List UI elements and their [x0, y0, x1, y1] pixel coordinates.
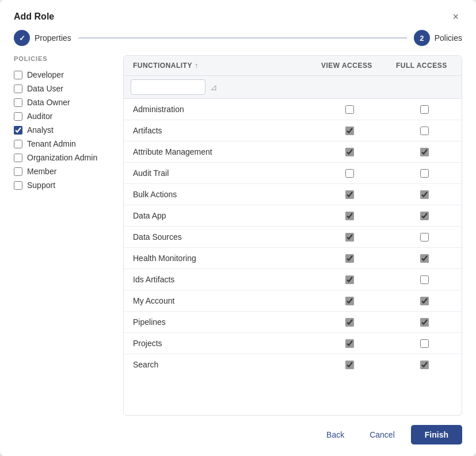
view-access-checkbox[interactable]	[345, 297, 354, 305]
view-access-checkbox[interactable]	[345, 318, 354, 327]
policy-list: DeveloperData UserData OwnerAuditorAnaly…	[14, 68, 114, 192]
table-row: My Account	[124, 290, 462, 312]
view-access-cell	[312, 206, 387, 226]
full-access-checkbox[interactable]	[420, 339, 429, 348]
policy-item-data-owner[interactable]: Data Owner	[14, 95, 114, 109]
modal-title: Add Role	[14, 12, 54, 22]
full-access-checkbox[interactable]	[420, 169, 429, 178]
policy-label: Auditor	[27, 112, 52, 121]
policy-item-organization-admin[interactable]: Organization Admin	[14, 151, 114, 164]
policy-checkbox-data-owner[interactable]	[14, 98, 22, 107]
table-row: Attribute Management	[124, 141, 462, 163]
stepper: ✓ Properties 2 Policies	[0, 30, 476, 55]
full-access-cell	[387, 142, 462, 162]
policy-item-auditor[interactable]: Auditor	[14, 109, 114, 123]
policy-label: Data Owner	[27, 98, 70, 107]
full-access-checkbox[interactable]	[420, 233, 429, 242]
policy-item-support[interactable]: Support	[14, 178, 114, 192]
filter-icon: ⊿	[210, 82, 218, 93]
full-access-checkbox[interactable]	[420, 254, 429, 263]
step-1-circle: ✓	[14, 30, 30, 46]
functionality-cell: Attribute Management	[124, 141, 312, 162]
table-row: Projects	[124, 333, 462, 354]
finish-button[interactable]: Finish	[411, 425, 462, 444]
th-functionality: FUNCTIONALITY ↑	[124, 56, 312, 75]
view-access-cell	[312, 99, 387, 120]
table-row: Health Monitoring	[124, 248, 462, 269]
functionality-cell: Projects	[124, 333, 312, 354]
th-view-access-label: VIEW ACCESS	[321, 62, 372, 70]
view-access-checkbox[interactable]	[345, 105, 354, 114]
view-access-checkbox[interactable]	[345, 254, 354, 263]
policy-checkbox-analyst[interactable]	[14, 126, 22, 135]
functionality-cell: Data App	[124, 205, 312, 226]
table-row: Ids Artifacts	[124, 269, 462, 290]
full-access-cell	[387, 227, 462, 247]
policies-section-title: POLICIES	[14, 55, 114, 62]
full-access-checkbox[interactable]	[420, 127, 429, 135]
full-access-checkbox[interactable]	[420, 212, 429, 220]
policy-item-data-user[interactable]: Data User	[14, 82, 114, 95]
step-2-circle: 2	[414, 30, 430, 46]
full-access-checkbox[interactable]	[420, 318, 429, 327]
th-view-access: VIEW ACCESS	[312, 56, 387, 75]
close-button[interactable]: ×	[449, 10, 462, 23]
filter-input[interactable]	[131, 79, 205, 95]
functionality-cell: Audit Trail	[124, 163, 312, 183]
view-access-cell	[312, 142, 387, 162]
cancel-button[interactable]: Cancel	[360, 426, 404, 444]
view-access-checkbox[interactable]	[345, 361, 354, 369]
step-line	[78, 37, 407, 39]
table-row: Bulk Actions	[124, 184, 462, 205]
view-access-checkbox[interactable]	[345, 212, 354, 220]
policy-checkbox-developer[interactable]	[14, 71, 22, 79]
policy-checkbox-organization-admin[interactable]	[14, 154, 22, 162]
full-access-checkbox[interactable]	[420, 275, 429, 284]
policy-checkbox-member[interactable]	[14, 167, 22, 176]
policy-label: Support	[27, 181, 55, 190]
view-access-cell	[312, 312, 387, 332]
view-access-checkbox[interactable]	[345, 233, 354, 242]
modal-body: POLICIES DeveloperData UserData OwnerAud…	[0, 55, 476, 416]
policy-checkbox-tenant-admin[interactable]	[14, 140, 22, 148]
functionality-cell: Bulk Actions	[124, 184, 312, 205]
back-button[interactable]: Back	[317, 426, 353, 444]
full-access-cell	[387, 355, 462, 375]
view-access-checkbox[interactable]	[345, 127, 354, 135]
table-row: Administration	[124, 99, 462, 120]
policies-sidebar: POLICIES DeveloperData UserData OwnerAud…	[14, 55, 123, 416]
step-2-number: 2	[420, 34, 424, 43]
full-access-cell	[387, 121, 462, 141]
policy-checkbox-data-user[interactable]	[14, 85, 22, 93]
sort-icon[interactable]: ↑	[195, 62, 198, 70]
full-access-checkbox[interactable]	[420, 297, 429, 305]
policy-item-tenant-admin[interactable]: Tenant Admin	[14, 137, 114, 151]
full-access-checkbox[interactable]	[420, 361, 429, 369]
policy-item-member[interactable]: Member	[14, 164, 114, 178]
view-access-checkbox[interactable]	[345, 339, 354, 348]
view-access-cell	[312, 270, 387, 290]
policy-checkbox-support[interactable]	[14, 181, 22, 190]
modal-header: Add Role ×	[0, 0, 476, 30]
policy-label: Member	[27, 167, 56, 176]
full-access-cell	[387, 312, 462, 332]
view-access-checkbox[interactable]	[345, 148, 354, 156]
functionality-cell: Data Sources	[124, 227, 312, 247]
th-full-access-label: FULL ACCESS	[396, 62, 447, 70]
full-access-checkbox[interactable]	[420, 190, 429, 199]
view-access-checkbox[interactable]	[345, 275, 354, 284]
full-access-checkbox[interactable]	[420, 148, 429, 156]
step-1-icon: ✓	[19, 34, 25, 43]
view-access-checkbox[interactable]	[345, 190, 354, 199]
view-access-checkbox[interactable]	[345, 169, 354, 178]
full-access-cell	[387, 270, 462, 290]
policy-checkbox-auditor[interactable]	[14, 112, 22, 121]
full-access-checkbox[interactable]	[420, 105, 429, 114]
policy-item-analyst[interactable]: Analyst	[14, 123, 114, 137]
policy-item-developer[interactable]: Developer	[14, 68, 114, 82]
view-access-cell	[312, 248, 387, 269]
view-access-cell	[312, 334, 387, 354]
view-access-cell	[312, 291, 387, 311]
policy-label: Data User	[27, 84, 63, 93]
functionality-cell: My Account	[124, 290, 312, 311]
